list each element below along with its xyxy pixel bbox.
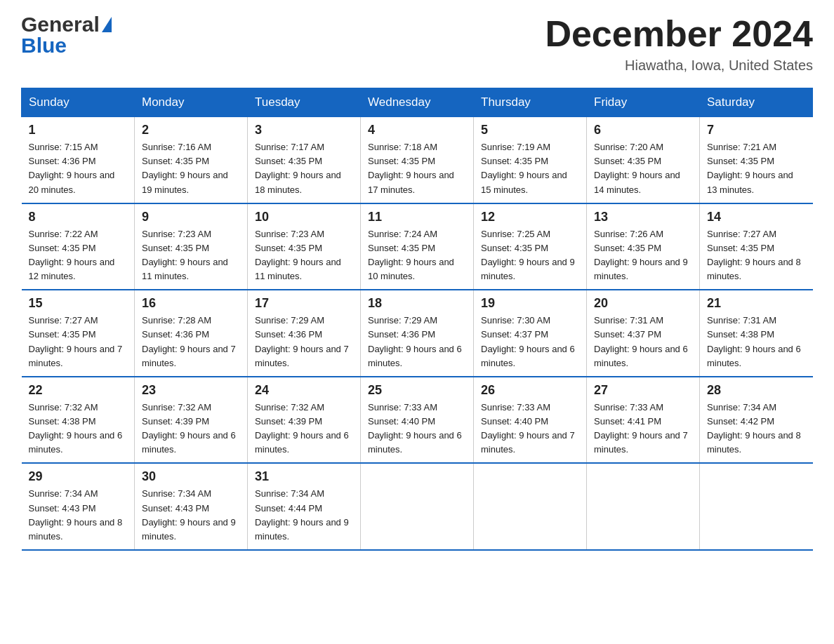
day-info: Sunrise: 7:23 AM Sunset: 4:35 PM Dayligh… [255, 227, 353, 284]
day-info: Sunrise: 7:33 AM Sunset: 4:40 PM Dayligh… [481, 401, 579, 457]
location-subtitle: Hiawatha, Iowa, United States [545, 58, 813, 74]
calendar-cell: 22 Sunrise: 7:32 AM Sunset: 4:38 PM Dayl… [22, 377, 135, 464]
title-block: December 2024 Hiawatha, Iowa, United Sta… [545, 14, 813, 74]
day-number: 16 [142, 296, 240, 311]
calendar-cell: 30 Sunrise: 7:34 AM Sunset: 4:43 PM Dayl… [135, 463, 248, 550]
calendar-cell: 23 Sunrise: 7:32 AM Sunset: 4:39 PM Dayl… [135, 377, 248, 464]
month-year-title: December 2024 [545, 14, 813, 54]
day-info: Sunrise: 7:31 AM Sunset: 4:38 PM Dayligh… [707, 314, 806, 370]
calendar-cell: 9 Sunrise: 7:23 AM Sunset: 4:35 PM Dayli… [135, 203, 248, 290]
day-number: 12 [481, 210, 579, 224]
calendar-cell: 12 Sunrise: 7:25 AM Sunset: 4:35 PM Dayl… [474, 203, 587, 290]
day-info: Sunrise: 7:33 AM Sunset: 4:40 PM Dayligh… [368, 401, 466, 457]
calendar-cell: 11 Sunrise: 7:24 AM Sunset: 4:35 PM Dayl… [361, 203, 474, 290]
calendar-cell: 7 Sunrise: 7:21 AM Sunset: 4:35 PM Dayli… [700, 117, 813, 203]
day-info: Sunrise: 7:33 AM Sunset: 4:41 PM Dayligh… [594, 401, 692, 457]
calendar-header-row: SundayMondayTuesdayWednesdayThursdayFrid… [22, 88, 813, 117]
calendar-cell: 15 Sunrise: 7:27 AM Sunset: 4:35 PM Dayl… [22, 290, 135, 377]
logo-general-part: General [21, 14, 100, 35]
calendar-week-4: 22 Sunrise: 7:32 AM Sunset: 4:38 PM Dayl… [22, 377, 813, 464]
day-info: Sunrise: 7:29 AM Sunset: 4:36 PM Dayligh… [255, 314, 353, 370]
day-number: 1 [29, 123, 128, 137]
logo-blue-part: Blue [21, 35, 67, 56]
day-number: 11 [368, 210, 466, 224]
calendar-cell: 10 Sunrise: 7:23 AM Sunset: 4:35 PM Dayl… [248, 203, 361, 290]
day-info: Sunrise: 7:31 AM Sunset: 4:37 PM Dayligh… [594, 314, 692, 370]
day-number: 10 [255, 210, 353, 224]
header-friday: Friday [587, 88, 700, 117]
day-number: 13 [594, 210, 692, 224]
day-info: Sunrise: 7:27 AM Sunset: 4:35 PM Dayligh… [707, 227, 806, 284]
day-number: 25 [368, 383, 466, 398]
day-info: Sunrise: 7:34 AM Sunset: 4:42 PM Dayligh… [707, 401, 806, 457]
day-info: Sunrise: 7:22 AM Sunset: 4:35 PM Dayligh… [29, 227, 128, 284]
calendar-cell: 25 Sunrise: 7:33 AM Sunset: 4:40 PM Dayl… [361, 377, 474, 464]
calendar-week-3: 15 Sunrise: 7:27 AM Sunset: 4:35 PM Dayl… [22, 290, 813, 377]
calendar-cell: 21 Sunrise: 7:31 AM Sunset: 4:38 PM Dayl… [700, 290, 813, 377]
calendar-week-1: 1 Sunrise: 7:15 AM Sunset: 4:36 PM Dayli… [22, 117, 813, 203]
day-info: Sunrise: 7:34 AM Sunset: 4:43 PM Dayligh… [142, 487, 240, 544]
calendar-cell: 3 Sunrise: 7:17 AM Sunset: 4:35 PM Dayli… [248, 117, 361, 203]
calendar-cell [361, 463, 474, 550]
day-number: 19 [481, 296, 579, 311]
calendar-cell: 14 Sunrise: 7:27 AM Sunset: 4:35 PM Dayl… [700, 203, 813, 290]
day-info: Sunrise: 7:16 AM Sunset: 4:35 PM Dayligh… [142, 140, 240, 197]
calendar-cell: 20 Sunrise: 7:31 AM Sunset: 4:37 PM Dayl… [587, 290, 700, 377]
day-info: Sunrise: 7:15 AM Sunset: 4:36 PM Dayligh… [29, 140, 128, 197]
calendar-cell: 31 Sunrise: 7:34 AM Sunset: 4:44 PM Dayl… [248, 463, 361, 550]
calendar-cell: 6 Sunrise: 7:20 AM Sunset: 4:35 PM Dayli… [587, 117, 700, 203]
calendar-cell: 19 Sunrise: 7:30 AM Sunset: 4:37 PM Dayl… [474, 290, 587, 377]
day-number: 4 [368, 123, 466, 137]
calendar-cell [474, 463, 587, 550]
header-thursday: Thursday [474, 88, 587, 117]
calendar-cell: 18 Sunrise: 7:29 AM Sunset: 4:36 PM Dayl… [361, 290, 474, 377]
day-number: 18 [368, 296, 466, 311]
calendar-cell: 5 Sunrise: 7:19 AM Sunset: 4:35 PM Dayli… [474, 117, 587, 203]
calendar-cell: 17 Sunrise: 7:29 AM Sunset: 4:36 PM Dayl… [248, 290, 361, 377]
header-monday: Monday [135, 88, 248, 117]
day-number: 5 [481, 123, 579, 137]
calendar-table: SundayMondayTuesdayWednesdayThursdayFrid… [21, 88, 813, 551]
header-saturday: Saturday [700, 88, 813, 117]
calendar-cell [587, 463, 700, 550]
day-info: Sunrise: 7:19 AM Sunset: 4:35 PM Dayligh… [481, 140, 579, 197]
day-info: Sunrise: 7:21 AM Sunset: 4:35 PM Dayligh… [707, 140, 806, 197]
day-info: Sunrise: 7:25 AM Sunset: 4:35 PM Dayligh… [481, 227, 579, 284]
calendar-cell: 1 Sunrise: 7:15 AM Sunset: 4:36 PM Dayli… [22, 117, 135, 203]
day-info: Sunrise: 7:32 AM Sunset: 4:38 PM Dayligh… [29, 401, 128, 457]
page-header: General Blue December 2024 Hiawatha, Iow… [21, 14, 813, 74]
calendar-cell: 26 Sunrise: 7:33 AM Sunset: 4:40 PM Dayl… [474, 377, 587, 464]
day-info: Sunrise: 7:27 AM Sunset: 4:35 PM Dayligh… [29, 314, 128, 370]
day-number: 14 [707, 210, 806, 224]
day-number: 3 [255, 123, 353, 137]
calendar-cell: 24 Sunrise: 7:32 AM Sunset: 4:39 PM Dayl… [248, 377, 361, 464]
calendar-cell: 28 Sunrise: 7:34 AM Sunset: 4:42 PM Dayl… [700, 377, 813, 464]
day-info: Sunrise: 7:34 AM Sunset: 4:43 PM Dayligh… [29, 487, 128, 544]
logo-container: General Blue [21, 14, 112, 56]
header-tuesday: Tuesday [248, 88, 361, 117]
day-info: Sunrise: 7:28 AM Sunset: 4:36 PM Dayligh… [142, 314, 240, 370]
day-number: 30 [142, 469, 240, 484]
day-number: 23 [142, 383, 240, 398]
day-number: 31 [255, 469, 353, 484]
day-number: 21 [707, 296, 806, 311]
day-number: 8 [29, 210, 128, 224]
day-number: 22 [29, 383, 128, 398]
day-number: 24 [255, 383, 353, 398]
day-info: Sunrise: 7:32 AM Sunset: 4:39 PM Dayligh… [255, 401, 353, 457]
calendar-week-2: 8 Sunrise: 7:22 AM Sunset: 4:35 PM Dayli… [22, 203, 813, 290]
day-info: Sunrise: 7:30 AM Sunset: 4:37 PM Dayligh… [481, 314, 579, 370]
calendar-cell: 2 Sunrise: 7:16 AM Sunset: 4:35 PM Dayli… [135, 117, 248, 203]
day-number: 20 [594, 296, 692, 311]
calendar-cell: 29 Sunrise: 7:34 AM Sunset: 4:43 PM Dayl… [22, 463, 135, 550]
day-info: Sunrise: 7:29 AM Sunset: 4:36 PM Dayligh… [368, 314, 466, 370]
calendar-cell [700, 463, 813, 550]
calendar-cell: 8 Sunrise: 7:22 AM Sunset: 4:35 PM Dayli… [22, 203, 135, 290]
header-sunday: Sunday [22, 88, 135, 117]
calendar-cell: 16 Sunrise: 7:28 AM Sunset: 4:36 PM Dayl… [135, 290, 248, 377]
day-info: Sunrise: 7:24 AM Sunset: 4:35 PM Dayligh… [368, 227, 466, 284]
day-number: 7 [707, 123, 806, 137]
day-number: 26 [481, 383, 579, 398]
day-info: Sunrise: 7:23 AM Sunset: 4:35 PM Dayligh… [142, 227, 240, 284]
day-number: 2 [142, 123, 240, 137]
